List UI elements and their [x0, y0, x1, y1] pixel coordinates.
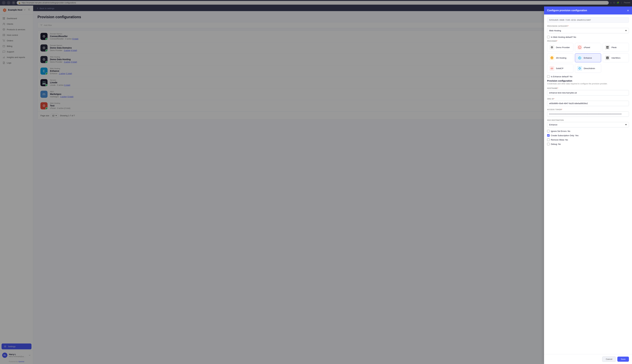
modal-close-button[interactable]: ×	[627, 9, 629, 12]
is-enhance-default-label: Is Enhance default? No	[551, 76, 572, 78]
is-default-label: Is Web Hosting default? No	[551, 36, 576, 38]
provider-card-interworx[interactable]: IWInterWorx	[603, 53, 629, 62]
provider-name: Demo Provider	[556, 46, 570, 48]
debug-row: Debug: No	[547, 143, 629, 145]
modal-title: Configure provision configuration	[547, 9, 587, 12]
provider-grid: ⚙Demo ProviderccPanelPLESKPlesk20i20i Ho…	[547, 43, 629, 73]
modal-footer: Cancel Save	[544, 354, 632, 364]
is-enhance-default-checkbox[interactable]	[547, 75, 550, 78]
ignore-ssl-label: Ignore Ssl Errors: No	[551, 130, 570, 132]
section-desc: Credentials and other data required to c…	[547, 83, 629, 85]
provider-card-plesk[interactable]: PLESKPlesk	[603, 43, 629, 52]
provider-name: Plesk	[611, 46, 616, 48]
provision-category-group: PROVISION CATEGORY* Web HostingDomain Na…	[547, 25, 629, 33]
provision-category-select[interactable]: Web HostingDomain NamesServersSEO	[547, 28, 629, 33]
provider-card-20i[interactable]: 20i20i Hosting	[547, 53, 573, 62]
interworx-icon: IW	[605, 55, 610, 60]
solidcp-icon: SCP	[549, 66, 554, 71]
provider-name: cPanel	[584, 46, 590, 48]
remove-www-checkbox[interactable]	[547, 138, 550, 141]
directadmin-icon: →	[577, 66, 582, 71]
modal: Configure provision configuration × 9293…	[544, 6, 632, 364]
svg-text:PLESK: PLESK	[606, 47, 609, 48]
provider-card-solidcp[interactable]: SCPSolidCP	[547, 64, 573, 73]
20i-icon: 20i	[549, 55, 554, 60]
debug-label: Debug: No	[551, 143, 561, 145]
sso-destination-select[interactable]: Enhance	[547, 122, 629, 128]
org-id-input[interactable]	[547, 101, 629, 106]
create-subscription-row: Create Subscription Only: Yes	[547, 134, 629, 137]
org-id-group: ORG ID*	[547, 98, 629, 106]
uuid-display: 9293e8d5-69d0-7245-d21b-d4e853121607	[547, 17, 629, 23]
sso-destination-label: SSO DESTINATION	[547, 119, 629, 121]
access-token-group: ACCESS TOKEN*	[547, 108, 629, 117]
debug-checkbox[interactable]	[547, 143, 550, 145]
provider-card-enhance[interactable]: EEnhance	[575, 53, 601, 62]
org-id-label: ORG ID*	[547, 98, 629, 100]
access-token-input[interactable]	[547, 111, 629, 117]
is-enhance-default-row: Is Enhance default? No	[547, 75, 629, 78]
hostname-group: HOSTNAME*	[547, 87, 629, 96]
provider-name: SolidCP	[556, 67, 563, 70]
modal-header: Configure provision configuration ×	[544, 6, 632, 14]
provider-card-directadmin[interactable]: →DirectAdmin	[575, 64, 601, 73]
cancel-button[interactable]: Cancel	[602, 356, 616, 362]
provider-name: InterWorx	[611, 57, 620, 59]
ignore-ssl-row: Ignore Ssl Errors: No	[547, 130, 629, 132]
provider-card-cpanel[interactable]: ccPanel	[575, 43, 601, 52]
provider-label: PROVIDER*	[547, 40, 629, 42]
enhance-icon: E	[577, 55, 582, 60]
provision-config-section: Provision configuration Credentials and …	[547, 80, 629, 85]
is-default-row: Is Web Hosting default? No	[547, 36, 629, 38]
svg-text:20i: 20i	[551, 57, 553, 59]
is-default-checkbox[interactable]	[547, 36, 550, 38]
hostname-label: HOSTNAME*	[547, 87, 629, 89]
provider-card-demo[interactable]: ⚙Demo Provider	[547, 43, 573, 52]
remove-www-row: Remove Www: No	[547, 138, 629, 141]
svg-text:c: c	[579, 46, 580, 48]
ignore-ssl-checkbox[interactable]	[547, 130, 550, 132]
create-subscription-label: Create Subscription Only: Yes	[551, 134, 578, 137]
create-subscription-checkbox[interactable]	[547, 134, 550, 137]
provider-group: PROVIDER* ⚙Demo ProviderccPanelPLESKPles…	[547, 40, 629, 73]
provider-name: Enhance	[584, 57, 592, 59]
provider-name: 20i Hosting	[556, 57, 566, 59]
sso-destination-group: SSO DESTINATION Enhance	[547, 119, 629, 128]
provision-category-label: PROVISION CATEGORY*	[547, 25, 629, 27]
plesk-icon: PLESK	[605, 45, 610, 50]
modal-overlay[interactable]	[0, 0, 632, 364]
save-button[interactable]: Save	[617, 356, 629, 362]
svg-text:→: →	[579, 68, 580, 69]
modal-body: 9293e8d5-69d0-7245-d21b-d4e853121607 PRO…	[544, 14, 632, 354]
section-title: Provision configuration	[547, 80, 629, 82]
svg-text:E: E	[579, 57, 580, 59]
access-token-label: ACCESS TOKEN*	[547, 108, 629, 110]
demo-icon: ⚙	[549, 45, 554, 50]
provider-name: DirectAdmin	[584, 67, 595, 70]
svg-text:SCP: SCP	[551, 68, 553, 69]
cpanel-icon: c	[577, 45, 582, 50]
hostname-input[interactable]	[547, 90, 629, 96]
remove-www-label: Remove Www: No	[551, 139, 568, 141]
svg-text:IW: IW	[607, 58, 608, 58]
